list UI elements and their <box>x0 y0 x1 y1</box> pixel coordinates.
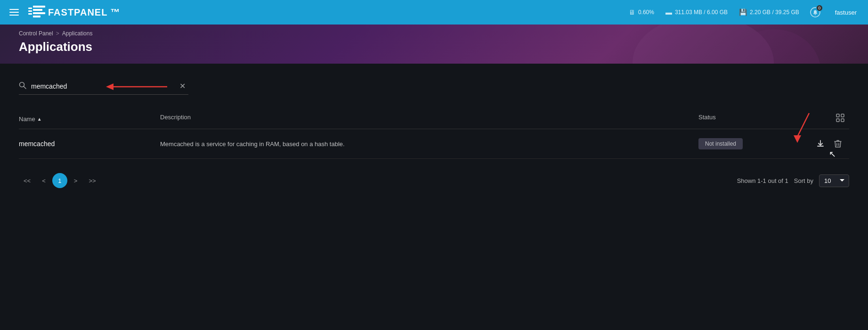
disk-value: 2.20 GB / 39.25 GB <box>750 9 799 16</box>
column-actions-header <box>793 114 849 124</box>
install-button[interactable] <box>813 137 827 151</box>
app-description-text: Memcached is a service for caching in RA… <box>160 140 345 148</box>
svg-rect-14 <box>836 119 839 122</box>
logo-text: FASTPANEL <box>48 7 107 18</box>
cpu-stat: 🖥 0.60% <box>629 8 654 16</box>
column-description-header: Description <box>160 114 698 124</box>
logo-icon <box>28 6 45 19</box>
column-status-header: Status <box>698 114 793 124</box>
table-header-row: Name ▲ Description Status <box>19 109 849 129</box>
svg-rect-12 <box>836 114 839 117</box>
row-actions-cell: ↖ <box>793 137 849 151</box>
sort-by-label: Sort by <box>794 177 813 184</box>
search-icon <box>19 82 26 91</box>
sort-by-select[interactable]: 10 25 50 100 <box>819 174 849 187</box>
svg-rect-1 <box>28 10 32 12</box>
app-name-text: memcached <box>19 140 55 148</box>
svg-rect-4 <box>33 9 42 11</box>
pagination-controls: << < 1 > >> <box>19 173 101 188</box>
pagination-prev-button[interactable]: < <box>37 174 50 187</box>
pagination-page-1-button[interactable]: 1 <box>52 173 67 188</box>
notification-count: 0 <box>816 5 823 11</box>
grid-view-icon[interactable] <box>836 114 844 124</box>
svg-line-9 <box>24 86 26 89</box>
breadcrumb: Control Panel > Applications <box>19 30 849 37</box>
sort-indicator: ▲ <box>37 116 42 122</box>
ram-icon: ▬ <box>665 8 672 16</box>
disk-icon: 💾 <box>739 8 747 16</box>
column-name-header[interactable]: Name ▲ <box>19 114 160 124</box>
cpu-value: 0.60% <box>638 9 654 16</box>
pagination-first-button[interactable]: << <box>19 174 35 187</box>
svg-rect-5 <box>33 12 45 14</box>
app-name-cell: memcached <box>19 140 160 148</box>
status-text: Not installed <box>705 140 736 147</box>
breadcrumb-root-link[interactable]: Control Panel <box>19 30 53 37</box>
notifications-button[interactable]: 0 <box>807 4 824 21</box>
user-menu-button[interactable]: fastuser <box>831 7 860 18</box>
status-badge: Not installed <box>698 138 743 149</box>
table-row: memcached Memcached is a service for cac… <box>19 129 849 159</box>
svg-rect-2 <box>28 13 32 15</box>
pagination-last-button[interactable]: >> <box>84 174 100 187</box>
svg-rect-13 <box>841 114 844 117</box>
top-header: FASTPANEL™ 🖥 0.60% ▬ 311.03 MB / 6.00 GB… <box>0 0 868 25</box>
column-name-label: Name <box>19 116 35 123</box>
delete-button[interactable] <box>831 137 844 151</box>
disk-stat: 💾 2.20 GB / 39.25 GB <box>739 8 799 16</box>
ram-value: 311.03 MB / 6.00 GB <box>675 9 728 16</box>
main-content: ✕ Name ▲ Description Status <box>0 64 868 207</box>
search-clear-button[interactable]: ✕ <box>177 81 188 91</box>
svg-rect-6 <box>33 16 41 17</box>
svg-rect-15 <box>841 119 844 122</box>
svg-marker-17 <box>794 135 801 143</box>
app-status-cell: Not installed <box>698 138 793 149</box>
page-header-section: Control Panel > Applications Application… <box>0 25 868 64</box>
logo: FASTPANEL™ <box>28 6 120 19</box>
svg-rect-0 <box>28 8 32 9</box>
cpu-icon: 🖥 <box>629 8 635 16</box>
menu-toggle-button[interactable] <box>8 7 21 17</box>
ram-stat: ▬ 311.03 MB / 6.00 GB <box>665 8 728 16</box>
search-input[interactable] <box>31 82 177 90</box>
svg-rect-3 <box>33 6 45 8</box>
search-container: ✕ <box>19 78 188 95</box>
pagination-info: Shown 1-1 out of 1 Sort by 10 25 50 100 <box>737 174 849 187</box>
system-stats: 🖥 0.60% ▬ 311.03 MB / 6.00 GB 💾 2.20 GB … <box>629 8 799 16</box>
page-title: Applications <box>19 40 849 54</box>
breadcrumb-current: Applications <box>62 30 93 37</box>
applications-table: Name ▲ Description Status memcached <box>19 109 849 159</box>
breadcrumb-separator: > <box>56 30 59 37</box>
pagination-section: << < 1 > >> Shown 1-1 out of 1 Sort by 1… <box>19 168 849 193</box>
pagination-next-button[interactable]: > <box>69 174 82 187</box>
shown-info-text: Shown 1-1 out of 1 <box>737 177 788 184</box>
app-description-cell: Memcached is a service for caching in RA… <box>160 140 698 148</box>
